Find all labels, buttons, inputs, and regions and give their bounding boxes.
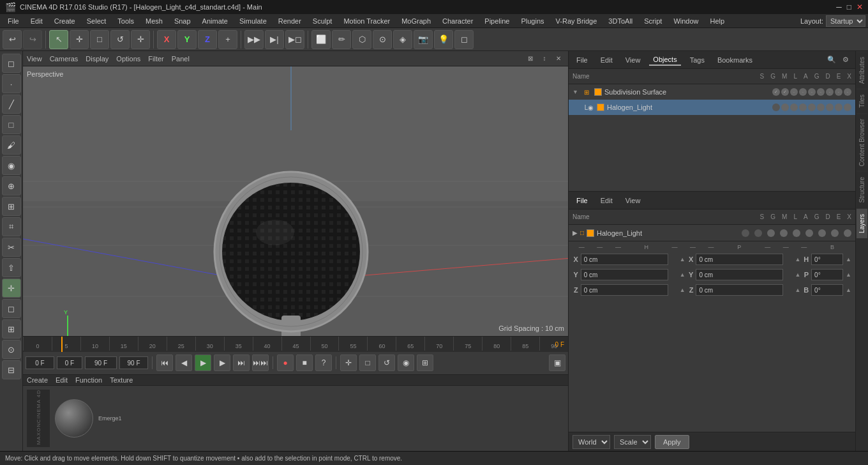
auto-keyframe-button[interactable]: ↺ xyxy=(378,354,395,371)
menu-mograph[interactable]: MoGraph xyxy=(396,16,436,26)
close-button[interactable]: ✕ xyxy=(857,3,863,11)
coord-b-input[interactable] xyxy=(811,284,843,296)
objects-view-tab[interactable]: View xyxy=(622,55,645,65)
attr-object-name[interactable]: Halogen_Light xyxy=(597,229,739,237)
objects-objects-tab[interactable]: Objects xyxy=(649,54,680,66)
coord-y-rot-input[interactable] xyxy=(696,269,783,280)
menu-file[interactable]: File xyxy=(3,16,24,26)
extrude-tool[interactable]: ⇧ xyxy=(2,258,21,277)
menu-edit[interactable]: Edit xyxy=(26,16,48,26)
menu-3dtoall[interactable]: 3DToAll xyxy=(603,16,638,26)
attr-dot-1[interactable] xyxy=(742,229,749,237)
coord-x-pos-input[interactable] xyxy=(581,254,668,265)
move-tool-button[interactable]: ✛ xyxy=(70,30,89,49)
menu-snap[interactable]: Snap xyxy=(169,16,196,26)
rotate-tool-button[interactable]: ↺ xyxy=(110,30,130,49)
mat-function[interactable]: Function xyxy=(75,376,102,384)
fcurve-button[interactable]: ⊞ xyxy=(417,354,433,371)
rs-tab-tiles[interactable]: Tiles xyxy=(857,89,867,113)
material-tool-left[interactable]: ⊙ xyxy=(2,340,21,359)
polygon-tool[interactable]: ◻ xyxy=(2,54,21,73)
goto-last-key-button[interactable]: ⏭⏭ xyxy=(252,354,269,371)
coord-y-pos-input[interactable] xyxy=(581,269,668,280)
coord-file-tab[interactable]: File xyxy=(572,195,592,206)
menu-vray[interactable]: V-Ray Bridge xyxy=(551,16,602,26)
menu-plugins[interactable]: Plugins xyxy=(516,16,549,26)
sculpt-tool[interactable]: ◉ xyxy=(2,156,21,175)
object-mode-tool[interactable]: □ xyxy=(2,115,21,134)
cube-button[interactable]: ⬜ xyxy=(311,30,331,49)
attr-dot-3[interactable] xyxy=(767,229,775,237)
coord-x-rot-input[interactable] xyxy=(696,254,783,265)
scale-tool-button[interactable]: □ xyxy=(90,30,109,49)
menu-help[interactable]: Help xyxy=(705,16,730,26)
coord-z-pos-input[interactable] xyxy=(581,284,668,296)
object-row-subdivision[interactable]: ▼ ⊞ Subdivision Surface ✓ ✓ · · · · · · … xyxy=(569,84,855,100)
help-button[interactable]: ? xyxy=(315,354,332,371)
material-button[interactable]: ◻ xyxy=(454,30,474,49)
current-frame-input[interactable] xyxy=(26,356,54,369)
vt-close-icon[interactable]: ✕ xyxy=(553,53,564,65)
objects-list[interactable]: ▼ ⊞ Subdivision Surface ✓ ✓ · · · · · · … xyxy=(569,84,855,191)
expand-icon-subdivision[interactable]: ▼ xyxy=(572,89,579,95)
z-axis-button[interactable]: Z xyxy=(198,30,217,49)
object-row-halogen[interactable]: L◉ Halogen_Light xyxy=(569,100,855,115)
material-ball-emerge1[interactable] xyxy=(55,399,93,438)
attr-dot-9[interactable] xyxy=(844,229,851,237)
motion-path-button[interactable]: ◉ xyxy=(398,354,414,371)
attr-dot-8[interactable] xyxy=(831,229,839,237)
menu-pipeline[interactable]: Pipeline xyxy=(479,16,514,26)
maximize-button[interactable]: □ xyxy=(847,3,851,11)
attr-expand-icon[interactable]: ▶ xyxy=(572,229,578,236)
vt-panel[interactable]: Panel xyxy=(172,55,190,63)
floor-tool[interactable]: ⊟ xyxy=(2,360,21,379)
layout-dropdown[interactable]: Startup xyxy=(826,15,865,27)
layer-tool[interactable]: ⊞ xyxy=(2,319,21,339)
paint-tool[interactable]: 🖌 xyxy=(2,135,21,155)
objects-bookmarks-tab[interactable]: Bookmarks xyxy=(714,55,756,65)
rs-tab-structure[interactable]: Structure xyxy=(857,171,867,208)
mat-edit[interactable]: Edit xyxy=(56,376,68,384)
workplane-tool[interactable]: ⊞ xyxy=(2,197,21,216)
coord-z-rot-input[interactable] xyxy=(696,284,783,296)
menu-render[interactable]: Render xyxy=(273,16,306,26)
field-button[interactable]: ◈ xyxy=(393,30,412,49)
menu-sculpt[interactable]: Sculpt xyxy=(308,16,338,26)
coord-world-select[interactable]: World xyxy=(572,435,610,449)
y-axis-button[interactable]: Y xyxy=(177,30,197,49)
vt-display[interactable]: Display xyxy=(86,55,108,63)
timeline-ruler[interactable]: 0 5 10 15 20 25 30 35 40 45 50 55 60 65 … xyxy=(23,337,568,352)
menu-motion-tracker[interactable]: Motion Tracker xyxy=(338,16,395,26)
objects-edit-tab[interactable]: Edit xyxy=(597,55,617,65)
rs-tab-layers[interactable]: Layers xyxy=(857,208,867,238)
menu-window[interactable]: Window xyxy=(668,16,703,26)
rs-tab-content-browser[interactable]: Content Browser xyxy=(857,113,867,171)
menu-mesh[interactable]: Mesh xyxy=(140,16,168,26)
coord-y-arrow-up[interactable]: ▲ xyxy=(680,271,685,278)
attr-dot-7[interactable] xyxy=(818,229,826,237)
timeline-settings-button[interactable]: ▣ xyxy=(549,354,565,371)
hdot-1[interactable] xyxy=(772,103,780,111)
transform-tool-button[interactable]: ✛ xyxy=(131,30,150,49)
coord-h-input[interactable] xyxy=(811,254,843,265)
vt-view[interactable]: View xyxy=(27,55,42,63)
play-button[interactable]: ▶ xyxy=(195,354,211,371)
dot-1[interactable]: ✓ xyxy=(772,88,780,96)
deformer-button[interactable]: ⊙ xyxy=(373,30,392,49)
mat-texture[interactable]: Texture xyxy=(110,376,133,384)
point-tool[interactable]: · xyxy=(2,74,21,93)
vt-cameras[interactable]: Cameras xyxy=(50,55,79,63)
vt-options[interactable]: Options xyxy=(116,55,140,63)
rs-tab-attributes[interactable]: Attributes xyxy=(857,51,867,89)
spline-button[interactable]: ✏ xyxy=(332,30,351,49)
goto-start-button[interactable]: ⏮ xyxy=(156,354,173,371)
attr-object-row[interactable]: ▶ □ Halogen_Light xyxy=(569,225,855,241)
minimize-button[interactable]: ─ xyxy=(836,3,842,11)
camera-button[interactable]: 📷 xyxy=(414,30,433,49)
frame-end-input[interactable] xyxy=(85,356,117,369)
attr-dot-5[interactable] xyxy=(793,229,800,237)
frame-start-input[interactable] xyxy=(57,356,82,369)
search-icon[interactable]: 🔍 xyxy=(826,54,837,66)
menu-animate[interactable]: Animate xyxy=(197,16,233,26)
coord-z-arrow-up2[interactable]: ▲ xyxy=(795,287,800,293)
